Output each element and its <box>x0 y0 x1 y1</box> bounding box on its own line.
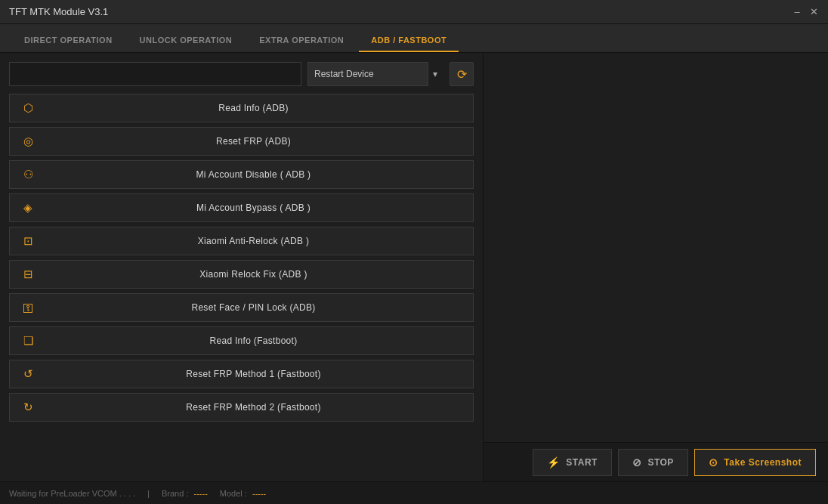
status-separator: | <box>147 489 150 498</box>
port-input[interactable] <box>9 62 301 86</box>
read-info-fastboot-button[interactable]: ❑ Read Info (Fastboot) <box>9 326 474 355</box>
reset-frp-method1-icon: ↺ <box>20 367 36 381</box>
screenshot-button[interactable]: ⊙ Take Screenshot <box>694 449 816 476</box>
log-area <box>484 53 828 442</box>
read-info-adb-button[interactable]: ⬡ Read Info (ADB) <box>9 94 474 122</box>
stop-button[interactable]: ⊘ STOP <box>618 449 688 476</box>
mi-account-disable-button[interactable]: ⚇ Mi Account Disable ( ADB ) <box>9 160 474 189</box>
bottom-bar: ⚡ START ⊘ STOP ⊙ Take Screenshot <box>484 442 828 481</box>
device-select-wrapper: Restart Device Reboot Fastboot Reboot Re… <box>307 62 443 86</box>
title-bar: TFT MTK Module V3.1 – ✕ <box>0 0 828 24</box>
reset-face-pin-icon: ⚿ <box>20 301 36 314</box>
minimize-button[interactable]: – <box>792 7 802 17</box>
reset-face-pin-button[interactable]: ⚿ Reset Face / PIN Lock (ADB) <box>9 293 474 322</box>
reset-frp-method1-button[interactable]: ↺ Reset FRP Method 1 (Fastboot) <box>9 360 474 388</box>
right-panel: ⚡ START ⊘ STOP ⊙ Take Screenshot <box>484 53 828 481</box>
read-info-adb-icon: ⬡ <box>20 101 36 115</box>
status-left: Waiting for PreLoader VCOM . . . . | Bra… <box>9 489 266 498</box>
model-label: Model : <box>220 489 247 498</box>
xiaomi-anti-relock-button[interactable]: ⊡ Xiaomi Anti-Relock (ADB ) <box>9 227 474 255</box>
reset-frp-method2-button[interactable]: ↻ Reset FRP Method 2 (Fastboot) <box>9 393 474 422</box>
screenshot-label: Take Screenshot <box>724 457 802 468</box>
refresh-icon: ⟳ <box>457 67 467 82</box>
model-section: Model : ----- <box>220 489 266 498</box>
xiaomi-relock-fix-label: Xiaomi Relock Fix (ADB ) <box>45 269 462 280</box>
xiaomi-anti-relock-icon: ⊡ <box>20 234 36 248</box>
status-bar: Waiting for PreLoader VCOM . . . . | Bra… <box>0 481 828 504</box>
reset-frp-adb-button[interactable]: ◎ Reset FRP (ADB) <box>9 127 474 156</box>
start-label: START <box>566 457 598 468</box>
xiaomi-anti-relock-label: Xiaomi Anti-Relock (ADB ) <box>45 236 462 246</box>
start-button[interactable]: ⚡ START <box>533 449 612 476</box>
waiting-text: Waiting for PreLoader VCOM . . . . <box>9 489 135 498</box>
toolbar-row: Restart Device Reboot Fastboot Reboot Re… <box>9 62 474 86</box>
mi-account-bypass-label: Mi Account Bypass ( ADB ) <box>45 203 462 213</box>
tab-adb-fastboot[interactable]: ADB / FASTBOOT <box>359 29 459 52</box>
mi-account-bypass-icon: ◈ <box>20 201 36 215</box>
tab-bar: DIRECT OPERATION UNLOCK OPERATION EXTRA … <box>0 24 828 53</box>
app-title: TFT MTK Module V3.1 <box>9 6 108 17</box>
window-controls: – ✕ <box>792 7 819 17</box>
brand-label: Brand : <box>162 489 188 498</box>
close-button[interactable]: ✕ <box>808 7 819 17</box>
stop-label: STOP <box>647 457 673 468</box>
reset-frp-method2-icon: ↻ <box>20 400 36 414</box>
xiaomi-relock-fix-icon: ⊟ <box>20 267 36 281</box>
mi-account-bypass-button[interactable]: ◈ Mi Account Bypass ( ADB ) <box>9 193 474 222</box>
read-info-adb-label: Read Info (ADB) <box>45 103 462 113</box>
tab-extra-operation[interactable]: EXTRA OPERATION <box>247 29 356 52</box>
app-window: TFT MTK Module V3.1 – ✕ DIRECT OPERATION… <box>0 0 828 504</box>
xiaomi-relock-fix-button[interactable]: ⊟ Xiaomi Relock Fix (ADB ) <box>9 260 474 289</box>
reset-face-pin-label: Reset Face / PIN Lock (ADB) <box>45 302 462 313</box>
left-panel: Restart Device Reboot Fastboot Reboot Re… <box>0 53 484 481</box>
reset-frp-adb-icon: ◎ <box>20 135 36 148</box>
stop-icon: ⊘ <box>632 456 642 468</box>
model-value: ----- <box>252 489 266 498</box>
reset-frp-adb-label: Reset FRP (ADB) <box>45 136 462 147</box>
start-icon: ⚡ <box>547 456 561 468</box>
tab-direct-operation[interactable]: DIRECT OPERATION <box>12 29 125 52</box>
tab-unlock-operation[interactable]: UNLOCK OPERATION <box>128 29 245 52</box>
content-area: Restart Device Reboot Fastboot Reboot Re… <box>0 53 828 481</box>
read-info-fastboot-icon: ❑ <box>20 334 36 348</box>
screenshot-icon: ⊙ <box>709 456 718 468</box>
reset-frp-method2-label: Reset FRP Method 2 (Fastboot) <box>45 402 462 413</box>
reset-frp-method1-label: Reset FRP Method 1 (Fastboot) <box>45 369 462 379</box>
brand-value: ----- <box>194 489 208 498</box>
action-buttons-list: ⬡ Read Info (ADB) ◎ Reset FRP (ADB) ⚇ Mi… <box>9 94 474 422</box>
mi-account-disable-icon: ⚇ <box>20 168 36 181</box>
brand-section: Brand : ----- <box>162 489 208 498</box>
device-select[interactable]: Restart Device Reboot Fastboot Reboot Re… <box>307 62 428 86</box>
read-info-fastboot-label: Read Info (Fastboot) <box>45 335 462 346</box>
refresh-button[interactable]: ⟳ <box>450 62 474 86</box>
mi-account-disable-label: Mi Account Disable ( ADB ) <box>45 169 462 180</box>
